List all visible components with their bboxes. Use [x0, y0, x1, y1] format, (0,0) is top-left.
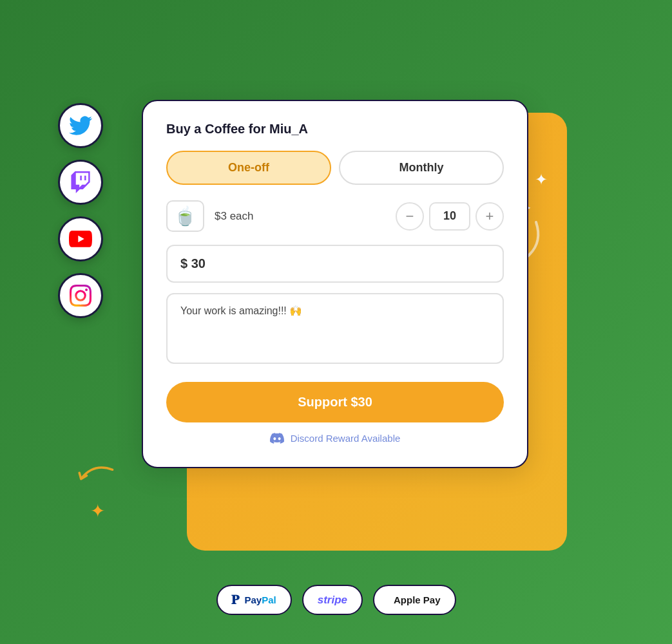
quantity-control: − 10 +	[396, 202, 504, 231]
quantity-decrease-button[interactable]: −	[396, 202, 424, 231]
applepay-badge[interactable]: Apple Pay	[373, 585, 456, 615]
discord-reward-row: Discord Reward Available	[166, 433, 504, 444]
sparkle-icon-1: ✦	[535, 171, 548, 189]
social-icons-column	[58, 103, 103, 318]
youtube-icon-button[interactable]	[58, 216, 103, 261]
quantity-increase-button[interactable]: +	[475, 202, 504, 231]
twitter-icon-button[interactable]	[58, 103, 103, 148]
paypal-label: PayPal	[244, 594, 276, 605]
message-input[interactable]: Your work is amazing!!! 🙌	[166, 293, 504, 364]
discord-reward-text: Discord Reward Available	[291, 433, 401, 444]
paypal-icon: 𝐏	[231, 592, 239, 607]
tab-monthly[interactable]: Monthly	[339, 151, 504, 185]
stripe-label: stripe	[318, 594, 347, 607]
amount-display: $ 30	[166, 245, 504, 283]
card-title: Buy a Coffee for Miu_A	[166, 122, 504, 137]
stripe-badge[interactable]: stripe	[302, 585, 363, 615]
payment-methods-row: 𝐏 PayPal stripe Apple Pay	[216, 585, 456, 615]
tab-oneoff[interactable]: One-off	[166, 151, 331, 185]
tab-row: One-off Monthly	[166, 151, 504, 185]
quantity-display: 10	[429, 202, 470, 231]
coffee-price-label: $3 each	[215, 210, 385, 223]
instagram-icon-button[interactable]	[58, 273, 103, 318]
applepay-label: Apple Pay	[394, 594, 441, 605]
heart-coffee-icon: 🍵	[174, 205, 197, 227]
paypal-badge[interactable]: 𝐏 PayPal	[216, 585, 291, 615]
coffee-icon-box: 🍵	[166, 200, 204, 232]
coffee-quantity-row: 🍵 $3 each − 10 +	[166, 200, 504, 232]
main-card: Buy a Coffee for Miu_A One-off Monthly 🍵…	[142, 100, 528, 468]
support-button[interactable]: Support $30	[166, 382, 504, 422]
twitch-icon-button[interactable]	[58, 160, 103, 205]
arrow-decoration	[67, 451, 119, 503]
star-decoration: ✦	[90, 500, 105, 522]
discord-icon	[270, 433, 284, 444]
